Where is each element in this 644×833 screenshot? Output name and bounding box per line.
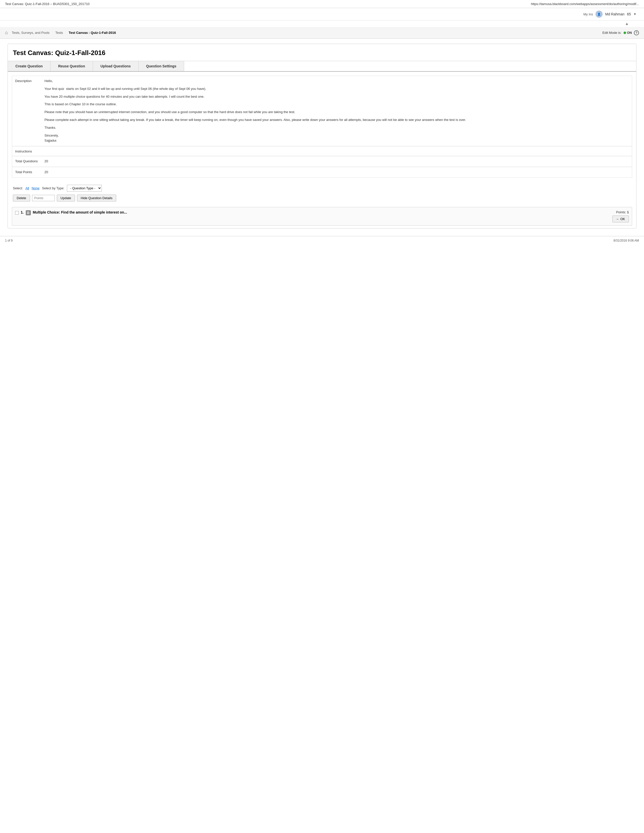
desc-content-description: Hello, Your first quiz starts on Sept 02… bbox=[45, 79, 629, 143]
desc-label-instructions: Instructions bbox=[15, 149, 40, 153]
select-none-link[interactable]: None bbox=[32, 186, 39, 190]
question-title: Multiple Choice: Find the amount of simp… bbox=[33, 210, 127, 214]
points-input[interactable] bbox=[32, 195, 55, 201]
select-by-type-label: Select by Type: bbox=[42, 186, 64, 190]
dropdown-arrow[interactable]: ▼ bbox=[633, 12, 636, 16]
toolbar-action-row: Delete Update Hide Question Details bbox=[8, 195, 636, 204]
main-container: Test Canvas: Quiz-1-Fall-2016 Create Que… bbox=[8, 43, 636, 228]
question-item: 1. 🖼 Multiple Choice: Find the amount of… bbox=[12, 207, 632, 226]
green-dot-icon bbox=[623, 32, 626, 34]
tab-create-question[interactable]: Create Question bbox=[8, 61, 50, 71]
user-avatar: 👤 bbox=[596, 11, 602, 18]
points-label: Points: 1 bbox=[616, 210, 629, 214]
page-title: Test Canvas: Quiz-1-Fall-2016 bbox=[8, 44, 636, 61]
description-section: Description Hello, Your first quiz start… bbox=[12, 76, 632, 178]
edit-mode-box: Edit Mode is: ON ? bbox=[602, 30, 639, 35]
user-name: Md Rahman bbox=[605, 12, 624, 16]
breadcrumb-link-tests-surveys[interactable]: Tests, Surveys, and Pools bbox=[12, 31, 50, 35]
update-button[interactable]: Update bbox=[57, 195, 75, 201]
description-row: Description Hello, Your first quiz start… bbox=[12, 76, 632, 146]
page-info: 1 of 9 bbox=[5, 239, 13, 242]
top-nav: My Ins 👤 Md Rahman 65 ▼ bbox=[0, 8, 644, 21]
my-inst-label: My Ins bbox=[583, 12, 593, 16]
edit-mode-value: ON bbox=[627, 31, 632, 35]
breadcrumb-link-tests[interactable]: Tests bbox=[55, 31, 63, 35]
user-score: 65 bbox=[627, 12, 631, 16]
tabs-row: Create Question Reuse Question Upload Qu… bbox=[8, 61, 636, 72]
edit-mode-on[interactable]: ON bbox=[623, 31, 632, 35]
desc-label-total-points: Total Points bbox=[15, 170, 40, 174]
tab-upload-questions[interactable]: Upload Questions bbox=[93, 61, 138, 71]
tab-question-settings[interactable]: Question Settings bbox=[138, 61, 184, 71]
home-icon[interactable]: ⌂ bbox=[5, 30, 8, 35]
select-all-link[interactable]: All bbox=[26, 186, 29, 190]
question-number: 1. bbox=[21, 210, 24, 214]
desc-label-description: Description bbox=[15, 79, 40, 83]
datetime: 8/31/2016 9:06 AM bbox=[613, 239, 639, 242]
ok-button[interactable]: ← OK bbox=[612, 215, 629, 222]
select-label: Select: bbox=[13, 186, 23, 190]
breadcrumb-bar: ⌂ Tests, Surveys, and Pools Tests Test C… bbox=[0, 27, 644, 39]
question-checkbox[interactable] bbox=[15, 211, 19, 215]
hide-question-details-button[interactable]: Hide Question Details bbox=[77, 195, 116, 201]
delete-button[interactable]: Delete bbox=[13, 195, 30, 201]
page-footer: 1 of 9 8/31/2016 9:06 AM bbox=[0, 236, 644, 245]
question-type-select[interactable]: - Question Type - bbox=[67, 185, 102, 191]
instructions-row: Instructions bbox=[12, 146, 632, 156]
edit-mode-label: Edit Mode is: bbox=[602, 31, 621, 35]
browser-url: https://tamusa.blackboard.com/webapps/as… bbox=[531, 2, 639, 6]
desc-content-total-points: 20 bbox=[45, 170, 629, 175]
desc-content-total-questions: 20 bbox=[45, 159, 629, 164]
total-questions-row: Total Questions 20 bbox=[12, 156, 632, 167]
up-arrow-icon: ▲ bbox=[625, 21, 629, 26]
browser-title: Test Canvas: Quiz-1-Fall-2016 – BUAD5301… bbox=[5, 2, 90, 6]
breadcrumb-current: Test Canvas : Quiz-1-Fall-2016 bbox=[69, 31, 116, 35]
desc-label-total-questions: Total Questions bbox=[15, 159, 40, 163]
question-type-icon: 🖼 bbox=[26, 210, 31, 215]
tab-reuse-question[interactable]: Reuse Question bbox=[50, 61, 93, 71]
total-points-row: Total Points 20 bbox=[12, 167, 632, 177]
toolbar-row: Select: All None Select by Type: - Quest… bbox=[8, 182, 636, 195]
browser-title-bar: Test Canvas: Quiz-1-Fall-2016 – BUAD5301… bbox=[0, 0, 644, 8]
help-icon[interactable]: ? bbox=[634, 30, 639, 35]
